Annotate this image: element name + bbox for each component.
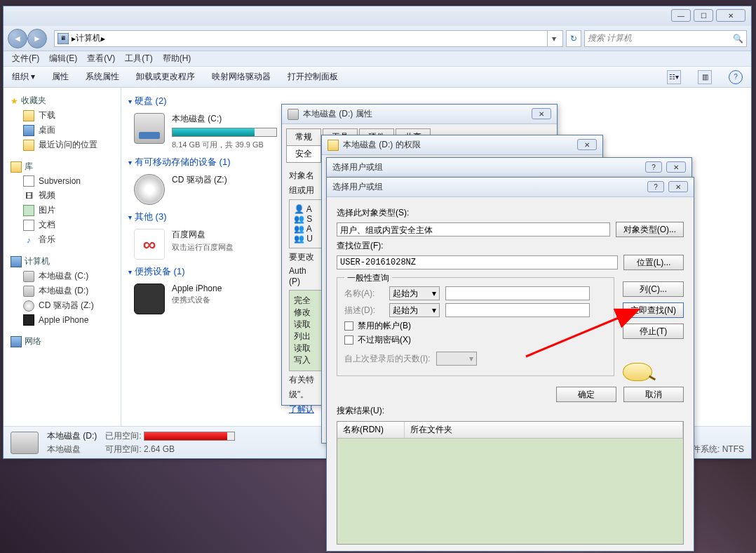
location-label: 查找位置(F): <box>337 240 684 252</box>
stop-button[interactable]: 停止(T) <box>623 324 684 339</box>
back-button[interactable]: ◄ <box>8 29 27 48</box>
sidebar-favorites-head[interactable]: ★收藏夹 <box>6 93 118 108</box>
details-fs-val: NTFS <box>722 444 744 454</box>
sidebar-item-cd[interactable]: CD 驱动器 (Z:) <box>6 298 118 313</box>
select-users-title: 选择用户或组 <box>332 181 383 193</box>
location-field[interactable]: USER-20161028NZ <box>337 255 618 269</box>
disk-icon <box>23 286 34 297</box>
select-users-titlebar[interactable]: 选择用户或组 ? ✕ <box>327 178 694 197</box>
menu-help[interactable]: 帮助(H) <box>163 53 191 65</box>
sidebar-item-pictures[interactable]: 图片 <box>6 203 118 218</box>
phone-icon <box>23 314 34 326</box>
select-dialog-parent: 选择用户或组 ? ✕ <box>326 157 692 177</box>
objtype-button[interactable]: 对象类型(O)... <box>616 222 684 237</box>
disk-icon <box>11 432 39 454</box>
baidu-sub: 双击运行百度网盘 <box>172 242 234 253</box>
maximize-button[interactable]: ☐ <box>694 9 713 22</box>
menu-edit[interactable]: 编辑(E) <box>49 53 77 65</box>
objtype-field[interactable]: 用户、组或内置安全主体 <box>337 222 610 236</box>
desc-input[interactable] <box>445 303 590 317</box>
refresh-button[interactable]: ↻ <box>566 30 581 47</box>
sidebar-item-drive-c[interactable]: 本地磁盘 (C:) <box>6 269 118 284</box>
sidebar-item-documents[interactable]: 文档 <box>6 218 118 232</box>
disk-icon <box>288 109 299 120</box>
magnify-icon <box>623 363 652 381</box>
disabled-checkbox[interactable]: 禁用的帐户(B) <box>344 320 607 332</box>
ok-button[interactable]: 确定 <box>556 387 616 402</box>
help-button[interactable]: ? <box>645 161 662 173</box>
permissions-titlebar[interactable]: 本地磁盘 (D:) 的权限 ✕ <box>322 135 602 155</box>
view-mode-button[interactable]: ☷▾ <box>667 70 681 84</box>
properties-titlebar[interactable]: 本地磁盘 (D:) 属性 ✕ <box>282 105 557 124</box>
monitor-icon <box>23 125 34 136</box>
phone-icon <box>134 284 165 314</box>
close-button[interactable]: ✕ <box>666 161 686 173</box>
tab-security[interactable]: 安全 <box>286 145 321 162</box>
cd-name: CD 驱动器 (Z:) <box>172 174 227 186</box>
name-input[interactable] <box>445 286 590 300</box>
select-parent-titlebar[interactable]: 选择用户或组 ? ✕ <box>327 158 691 178</box>
chevron-down-icon: ▾ <box>432 288 436 298</box>
minimize-button[interactable]: — <box>671 9 691 22</box>
menu-view[interactable]: 查看(V) <box>87 53 115 65</box>
computer-icon: 🖥 <box>58 33 69 44</box>
video-icon: 🎞 <box>23 190 34 201</box>
music-icon: ♪ <box>23 234 34 246</box>
toolbar-sysproperties[interactable]: 系统属性 <box>86 71 119 83</box>
sidebar-library-head[interactable]: 库 <box>6 159 118 174</box>
toolbar: 组织 ▾ 属性 系统属性 卸载或更改程序 映射网络驱动器 打开控制面板 ☷▾ ▥… <box>4 67 751 88</box>
details-free-val: 2.64 GB <box>144 444 175 454</box>
star-icon: ★ <box>11 96 18 106</box>
close-button[interactable]: ✕ <box>668 181 688 192</box>
sidebar-item-iphone[interactable]: Apple iPhone <box>6 313 118 327</box>
sidebar-item-downloads[interactable]: 下载 <box>6 108 118 123</box>
columns-button[interactable]: 列(C)... <box>623 281 684 297</box>
location-button[interactable]: 位置(L)... <box>623 255 684 270</box>
results-list[interactable]: 名称(RDN) 所在文件夹 <box>337 421 684 545</box>
learn-link[interactable]: 了解认 <box>289 404 314 414</box>
tab-general[interactable]: 常规 <box>286 128 321 145</box>
preview-pane-button[interactable]: ▥ <box>698 70 712 84</box>
close-button[interactable]: ✕ <box>577 139 597 150</box>
find-now-button[interactable]: 立即查找(N) <box>623 302 684 318</box>
toolbar-properties[interactable]: 属性 <box>52 71 69 83</box>
recent-icon <box>23 140 34 151</box>
chevron-down-icon: ▾ <box>432 305 436 315</box>
sidebar-item-desktop[interactable]: 桌面 <box>6 123 118 138</box>
menu-tools[interactable]: 工具(T) <box>125 53 152 65</box>
sidebar-item-videos[interactable]: 🎞视频 <box>6 188 118 203</box>
address-dropdown[interactable]: ▾ <box>547 31 560 46</box>
search-input[interactable]: 搜索 计算机 🔍 <box>584 30 747 47</box>
picture-icon <box>23 205 34 216</box>
close-button[interactable]: ✕ <box>532 108 551 119</box>
sidebar-item-subversion[interactable]: Subversion <box>6 174 118 188</box>
toolbar-organize[interactable]: 组织 ▾ <box>12 71 35 83</box>
sidebar-item-recent[interactable]: 最近访问的位置 <box>6 138 118 152</box>
name-combo[interactable]: 起始为▾ <box>389 286 440 300</box>
sidebar-network-head[interactable]: 网络 <box>6 334 118 349</box>
cancel-button[interactable]: 取消 <box>623 387 684 402</box>
sidebar-computer-head[interactable]: 计算机 <box>6 254 118 269</box>
toolbar-controlpanel[interactable]: 打开控制面板 <box>288 71 338 83</box>
address-bar[interactable]: 🖥 ▸ 计算机 ▸ ▾ <box>54 30 563 47</box>
help-button[interactable]: ? <box>647 181 664 192</box>
name-label: 名称(A): <box>344 288 384 300</box>
days-combo[interactable]: ▾ <box>436 352 477 366</box>
toolbar-uninstall[interactable]: 卸载或更改程序 <box>136 71 195 83</box>
desc-label: 描述(D): <box>344 305 384 317</box>
desc-combo[interactable]: 起始为▾ <box>389 303 440 317</box>
nonexpire-checkbox[interactable]: 不过期密码(X) <box>344 334 607 346</box>
sidebar-item-drive-d[interactable]: 本地磁盘 (D:) <box>6 284 118 298</box>
details-free-label: 可用空间: <box>105 444 141 454</box>
toolbar-mapdrive[interactable]: 映射网络驱动器 <box>212 71 271 83</box>
menu-file[interactable]: 文件(F) <box>12 53 39 65</box>
sidebar-item-music[interactable]: ♪音乐 <box>6 232 118 247</box>
help-button[interactable]: ? <box>729 70 743 84</box>
close-button[interactable]: ✕ <box>716 9 745 22</box>
forward-button[interactable]: ► <box>27 29 47 48</box>
results-col-folder[interactable]: 所在文件夹 <box>405 422 683 438</box>
search-icon: 🔍 <box>733 34 743 44</box>
breadcrumb-segment[interactable]: 计算机 <box>76 32 101 44</box>
folder-icon <box>23 110 34 121</box>
results-col-name[interactable]: 名称(RDN) <box>337 422 405 438</box>
